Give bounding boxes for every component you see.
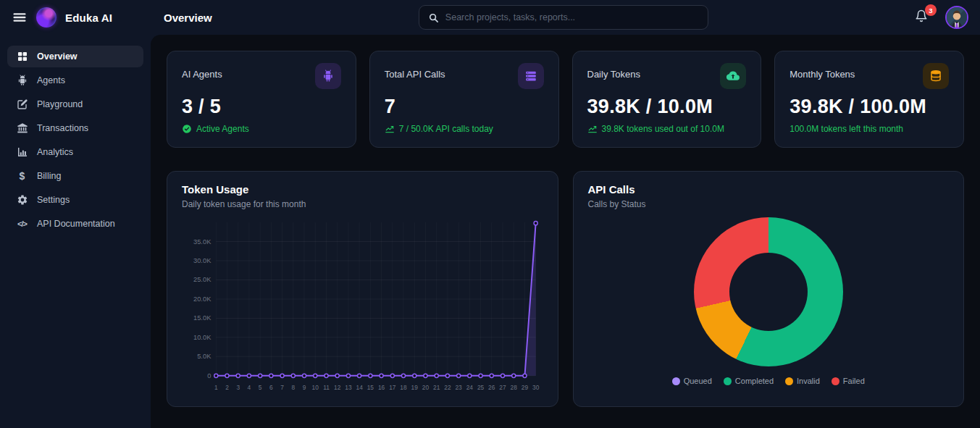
svg-text:6: 6 — [269, 384, 273, 391]
stat-subtext: 100.0M tokens left this month — [790, 124, 949, 134]
menu-icon[interactable] — [12, 9, 28, 25]
legend-dot — [785, 377, 793, 385]
code-icon: </> — [16, 218, 28, 230]
notification-badge: 3 — [925, 4, 937, 16]
app-body: OverviewAgentsPlaygroundTransactionsAnal… — [0, 35, 980, 428]
search-icon — [428, 12, 439, 23]
svg-text:3: 3 — [236, 384, 240, 391]
svg-text:24: 24 — [466, 384, 474, 391]
stat-value: 39.8K / 100.0M — [790, 96, 949, 118]
cloud-upload-icon — [720, 63, 746, 89]
svg-text:30: 30 — [532, 384, 540, 391]
svg-text:20: 20 — [422, 384, 430, 391]
svg-text:15: 15 — [367, 384, 374, 391]
charts-row: Token Usage Daily token usage for this m… — [167, 171, 964, 407]
svg-text:16: 16 — [378, 384, 385, 391]
svg-text:27: 27 — [499, 384, 506, 391]
svg-text:18: 18 — [400, 384, 407, 391]
sidebar-item-label: API Documentation — [37, 219, 115, 229]
stat-label: Monthly Tokens — [790, 69, 855, 80]
sidebar-item-transactions[interactable]: Transactions — [7, 117, 143, 139]
stat-card-ai-agents: AI Agents3 / 5Active Agents — [167, 51, 356, 148]
svg-text:29: 29 — [522, 384, 529, 391]
api-calls-title: API Calls — [588, 183, 950, 196]
sidebar-item-settings[interactable]: Settings — [7, 189, 143, 211]
sidebar-item-overview[interactable]: Overview — [7, 46, 143, 67]
topbar-middle — [212, 5, 915, 30]
svg-text:20.0K: 20.0K — [193, 295, 212, 303]
stat-value: 7 — [385, 96, 544, 118]
legend-label: Completed — [735, 377, 774, 385]
svg-text:25.0K: 25.0K — [193, 275, 212, 283]
svg-text:15.0K: 15.0K — [193, 314, 212, 322]
token-usage-card: Token Usage Daily token usage for this m… — [167, 171, 558, 407]
svg-text:1: 1 — [214, 384, 218, 391]
check-circle-icon — [182, 124, 192, 134]
notifications-button[interactable]: 3 — [915, 9, 931, 25]
legend-label: Invalid — [797, 377, 820, 385]
bank-icon — [16, 122, 28, 135]
robot-icon — [16, 75, 28, 87]
legend-label: Queued — [684, 377, 712, 385]
legend-item-queued: Queued — [672, 377, 712, 385]
search-input[interactable] — [445, 12, 699, 22]
sidebar-item-label: Settings — [37, 195, 70, 205]
stat-card-grid: AI Agents3 / 5Active AgentsTotal API Cal… — [167, 51, 964, 148]
sidebar-item-analytics[interactable]: Analytics — [7, 141, 143, 163]
stat-card-total-api-calls: Total API Calls77 / 50.0K API calls toda… — [369, 51, 559, 148]
svg-text:0: 0 — [207, 372, 211, 379]
sidebar-item-api-documentation[interactable]: </>API Documentation — [7, 213, 143, 235]
database-icon — [923, 63, 949, 89]
sidebar-item-playground[interactable]: Playground — [7, 93, 143, 115]
dollar-icon: $ — [16, 170, 28, 182]
trending-up-icon — [385, 124, 395, 134]
token-usage-title: Token Usage — [182, 183, 543, 196]
grid-icon — [16, 51, 28, 63]
sidebar-item-billing[interactable]: $Billing — [7, 165, 143, 187]
legend-item-completed: Completed — [724, 377, 774, 385]
token-usage-subtitle: Daily token usage for this month — [182, 199, 543, 209]
legend-dot — [832, 377, 839, 385]
stat-value: 3 / 5 — [182, 96, 341, 118]
svg-text:10.0K: 10.0K — [193, 333, 212, 341]
svg-text:28: 28 — [511, 384, 518, 391]
sidebar-item-label: Playground — [37, 99, 83, 109]
avatar[interactable] — [945, 6, 968, 29]
api-calls-card: API Calls Calls by Status QueuedComplete… — [573, 171, 965, 407]
search-box[interactable] — [419, 5, 708, 30]
line-chart-svg: 05.0K10.0K15.0K20.0K25.0K30.0K35.0K12345… — [182, 217, 543, 395]
donut-hole — [729, 253, 808, 331]
stat-subtext: 7 / 50.0K API calls today — [385, 124, 544, 134]
svg-text:4: 4 — [248, 384, 251, 391]
svg-text:25: 25 — [477, 384, 485, 391]
robot-icon — [315, 63, 341, 89]
sidebar-item-agents[interactable]: Agents — [7, 70, 143, 91]
stat-subtext: 39.8K tokens used out of 10.0M — [587, 124, 747, 134]
svg-text:7: 7 — [280, 384, 284, 391]
legend-label: Failed — [843, 377, 865, 385]
legend-dot — [672, 377, 680, 385]
stat-label: Total API Calls — [385, 69, 445, 80]
stat-label: Daily Tokens — [587, 69, 640, 80]
stat-label: AI Agents — [182, 69, 222, 80]
sidebar-item-label: Analytics — [37, 147, 73, 157]
stat-card-monthly-tokens: Monthly Tokens39.8K / 100.0M100.0M token… — [774, 51, 964, 148]
svg-text:17: 17 — [389, 384, 396, 391]
page-title: Overview — [164, 12, 212, 24]
stat-subtext-label: 7 / 50.0K API calls today — [399, 124, 493, 134]
stat-value: 39.8K / 10.0M — [587, 96, 747, 118]
app-window: Eduka AI Overview 3 — [0, 0, 980, 428]
sidebar-item-label: Transactions — [37, 123, 88, 133]
trending-up-icon — [587, 124, 598, 134]
sidebar-item-label: Overview — [37, 51, 78, 62]
svg-text:26: 26 — [488, 384, 495, 391]
stat-subtext-label: Active Agents — [196, 124, 249, 134]
svg-text:35.0K: 35.0K — [193, 237, 212, 245]
gear-icon — [16, 194, 28, 206]
svg-text:2: 2 — [225, 384, 229, 391]
server-icon — [518, 63, 544, 89]
api-calls-chart: QueuedCompletedInvalidFailed — [588, 209, 950, 395]
api-calls-subtitle: Calls by Status — [588, 199, 950, 209]
sidebar-item-label: Agents — [37, 75, 65, 85]
app-logo — [36, 7, 56, 28]
